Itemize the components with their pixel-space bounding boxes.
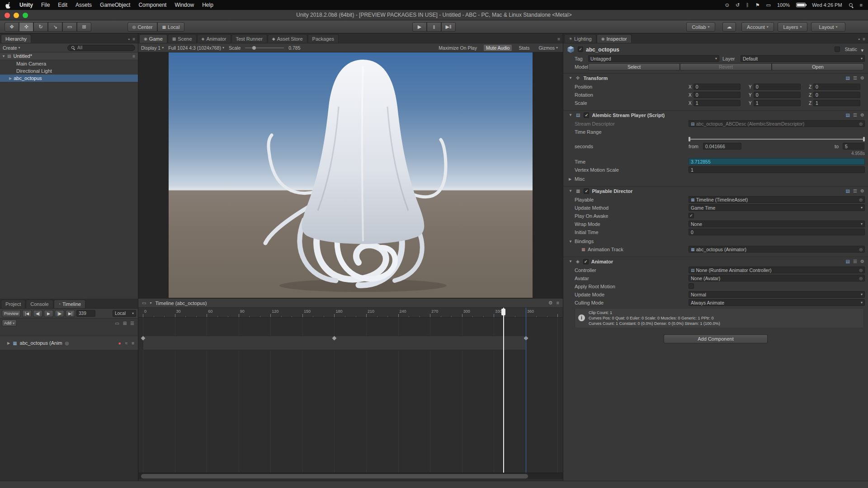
update-method-dropdown[interactable]: Game Time▾ [689,204,865,211]
model-revert-button[interactable]: Revert [680,63,772,70]
tab-animator[interactable]: ◈Animator [197,34,231,43]
preset-icon[interactable]: ☰ [853,75,857,80]
help-status-icon[interactable]: ⊙ [725,2,729,8]
from-field[interactable]: 0.041666 [703,143,741,150]
scale-slider[interactable] [245,46,284,50]
time-range-slider[interactable] [689,136,865,142]
tab-game[interactable]: ◉Game [139,34,167,43]
display-icon[interactable]: ▭ [766,2,771,8]
playhead-handle[interactable] [501,309,505,315]
rotation-x-field[interactable]: 0 [693,92,741,98]
previous-frame-button[interactable]: ◀| [33,310,42,317]
gear-icon[interactable]: ⚙ [860,75,864,80]
stats-toggle[interactable]: Stats [516,45,532,51]
panel-menu-icon[interactable]: ≡ [132,37,135,42]
controller-field[interactable]: ▤None (Runtime Animator Controller)◎ [689,267,865,273]
tab-console[interactable]: Console [26,300,53,308]
track-menu-icon[interactable]: ≡ [132,341,134,346]
active-checkbox[interactable]: ✓ [578,47,583,52]
hierarchy-item-main-camera[interactable]: Main Camera [0,60,138,67]
replace-mode-icon[interactable]: ☰ [130,321,134,326]
record-button[interactable]: ● [118,341,121,346]
layer-dropdown[interactable]: Default▾ [741,55,865,62]
menu-window[interactable]: Window [175,2,194,8]
alembic-enabled-checkbox[interactable]: ✓ [584,113,589,118]
collab-button[interactable]: Collab▾ [686,22,715,32]
tag-dropdown[interactable]: Untagged▾ [588,55,719,62]
static-checkbox[interactable] [835,47,840,52]
menu-file[interactable]: File [41,2,50,8]
next-frame-button[interactable]: |▶ [55,310,64,317]
scale-tool-button[interactable]: ↘ [48,22,62,32]
ripple-mode-icon[interactable]: ⊞ [123,321,127,326]
tab-lighting[interactable]: ☀Lighting [564,34,596,43]
help-icon[interactable]: ▤ [846,259,850,264]
rotation-z-field[interactable]: 0 [813,92,860,98]
timeline-ruler[interactable]: 0306090120150180210240270300330360 [138,308,563,318]
time-machine-icon[interactable]: ↺ [736,2,740,8]
scene-menu-icon[interactable]: ≡ [132,54,135,59]
to-field[interactable]: 5 [843,143,864,150]
object-picker-icon[interactable]: ◎ [859,122,863,126]
transform-tool-button[interactable]: ⊞ [77,22,91,32]
tab-packages[interactable]: Packages [308,34,339,43]
preset-icon[interactable]: ☰ [853,188,857,193]
avatar-field[interactable]: None (Avatar)◎ [689,275,865,282]
vertex-motion-scale-field[interactable]: 1 [689,166,865,173]
cloud-button[interactable]: ☁ [722,22,736,32]
scale-x-field[interactable]: 1 [693,100,741,106]
range-min-handle[interactable] [689,137,690,141]
initial-time-field[interactable]: 0 [689,229,865,235]
timeline-gear-icon[interactable]: ⚙ [548,300,553,306]
animation-track-row[interactable]: ▶ ▦ abc_octopus (Anim ◎ ● ≈ ≡ [0,336,138,350]
scale-y-field[interactable]: 1 [754,100,801,106]
tab-project[interactable]: Project [1,300,25,308]
model-open-button[interactable]: Open [772,63,864,70]
goto-end-button[interactable]: ▶| [66,310,75,317]
curves-toggle-icon[interactable]: ≈ [125,341,128,346]
bluetooth-icon[interactable]: ᛒ [746,2,749,8]
mute-audio-toggle[interactable]: Mute Audio [484,45,512,51]
play-button[interactable]: ▶ [412,22,427,32]
timeline-menu-icon[interactable]: ≡ [557,300,559,306]
notification-center-icon[interactable]: ≡ [860,2,863,8]
game-panel-menu-icon[interactable]: ≡ [557,37,560,42]
tab-asset-store[interactable]: ◆Asset Store [268,34,307,43]
object-picker-icon[interactable]: ◎ [859,268,863,272]
tab-timeline[interactable]: ◔Timeline [54,300,86,308]
alembic-header[interactable]: ▼ ▤ ✓ Alembic Stream Player (Script) ▤☰⚙ [563,110,868,119]
minimize-window-button[interactable] [14,13,19,18]
timeline-scrollbar[interactable] [138,473,563,479]
playable-field[interactable]: ▦Timeline (TimelineAsset)◎ [689,196,865,203]
preset-icon[interactable]: ☰ [853,259,857,264]
pivot-mode-button[interactable]: ◎Center [127,22,157,32]
layers-button[interactable]: Layers▾ [778,22,807,32]
menu-unity[interactable]: Unity [19,2,33,8]
gear-icon[interactable]: ⚙ [860,113,864,117]
misc-foldout-icon[interactable]: ▶ [569,177,571,181]
animator-header[interactable]: ▼ ◈ ✓ Animator ▤☰⚙ [563,257,868,266]
menu-edit[interactable]: Edit [58,2,67,8]
apply-root-motion-checkbox[interactable] [689,283,694,289]
close-window-button[interactable] [5,13,10,18]
object-picker-icon[interactable]: ◎ [859,247,863,252]
position-z-field[interactable]: 0 [813,84,860,90]
director-enabled-checkbox[interactable]: ✓ [584,188,589,194]
create-button[interactable]: Create▾ [3,45,20,51]
move-tool-button[interactable]: ✜ [19,22,33,32]
menu-assets[interactable]: Assets [75,2,92,8]
add-component-button[interactable]: Add Component [664,334,768,343]
object-picker-icon[interactable]: ◎ [859,276,863,281]
menu-component[interactable]: Component [138,2,166,8]
culling-mode-dropdown[interactable]: Always Animate▾ [689,299,865,306]
add-track-button[interactable]: Add▾ [2,319,17,327]
preview-button[interactable]: Preview [2,310,21,317]
gear-icon[interactable]: ⚙ [860,259,864,264]
timeline-options-icon[interactable]: ▭ [142,300,146,305]
animation-track-field[interactable]: ▦abc_octopus (Animator)◎ [689,246,865,253]
stream-descriptor-field[interactable]: ▤abc_octopus_ABCDesc (AlembicStreamDescr… [689,120,865,127]
flag-icon[interactable]: ⚑ [755,2,760,8]
goto-start-button[interactable]: |◀ [22,310,32,317]
track-foldout-icon[interactable]: ▶ [7,341,10,345]
ref-mode-dropdown[interactable]: Local▾ [113,310,136,317]
